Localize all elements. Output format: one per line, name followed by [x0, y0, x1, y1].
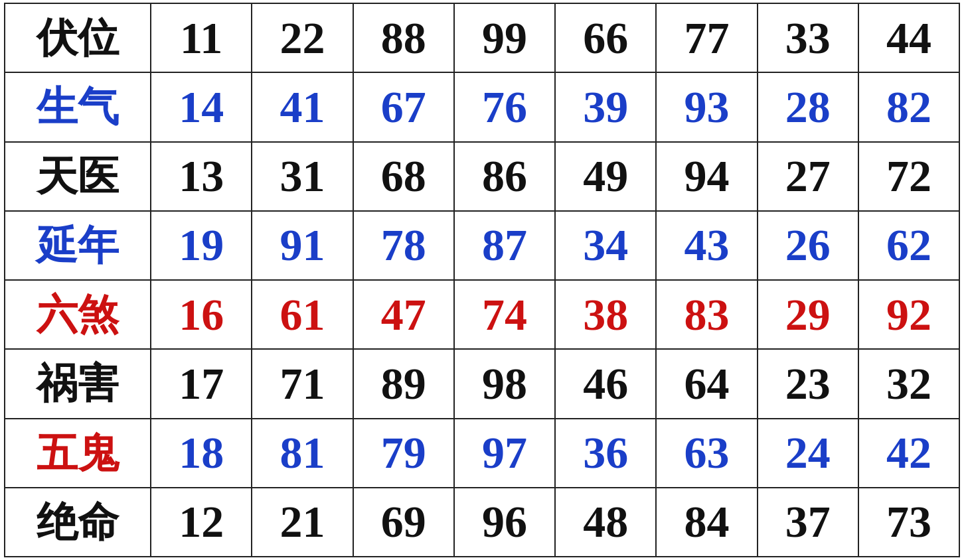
table-cell: 44 [858, 3, 959, 72]
table-cell: 82 [858, 72, 959, 141]
table-cell: 98 [454, 349, 555, 418]
row-label: 祸害 [5, 349, 151, 418]
table-cell: 39 [555, 72, 656, 141]
table-cell: 22 [252, 3, 353, 72]
main-table: 伏位1122889966773344生气1441677639932882天医13… [4, 3, 960, 557]
table-cell: 49 [555, 142, 656, 211]
table-cell: 28 [758, 72, 858, 141]
table-cell: 73 [858, 488, 959, 557]
table-cell: 19 [151, 211, 252, 280]
table-cell: 66 [555, 3, 656, 72]
table-cell: 12 [151, 488, 252, 557]
table-cell: 71 [252, 349, 353, 418]
table-cell: 64 [656, 349, 757, 418]
table-cell: 78 [353, 211, 454, 280]
table-cell: 33 [758, 3, 858, 72]
table-row: 延年1991788734432662 [5, 211, 959, 280]
row-label: 天医 [5, 142, 151, 211]
table-cell: 99 [454, 3, 555, 72]
table-cell: 24 [758, 419, 858, 488]
table-cell: 97 [454, 419, 555, 488]
row-label: 绝命 [5, 488, 151, 557]
table-cell: 63 [656, 419, 757, 488]
table-cell: 74 [454, 280, 555, 349]
table-cell: 41 [252, 72, 353, 141]
table-cell: 14 [151, 72, 252, 141]
table-cell: 93 [656, 72, 757, 141]
table-cell: 47 [353, 280, 454, 349]
table-cell: 77 [656, 3, 757, 72]
table-cell: 11 [151, 3, 252, 72]
table-cell: 13 [151, 142, 252, 211]
table-cell: 61 [252, 280, 353, 349]
table-cell: 81 [252, 419, 353, 488]
table-cell: 21 [252, 488, 353, 557]
table-cell: 48 [555, 488, 656, 557]
table-row: 伏位1122889966773344 [5, 3, 959, 72]
table-cell: 87 [454, 211, 555, 280]
table-cell: 69 [353, 488, 454, 557]
table-row: 生气1441677639932882 [5, 72, 959, 141]
row-label: 伏位 [5, 3, 151, 72]
row-label: 五鬼 [5, 419, 151, 488]
table-cell: 62 [858, 211, 959, 280]
table-cell: 27 [758, 142, 858, 211]
table-cell: 34 [555, 211, 656, 280]
table-cell: 83 [656, 280, 757, 349]
table-cell: 96 [454, 488, 555, 557]
table-cell: 17 [151, 349, 252, 418]
table-cell: 91 [252, 211, 353, 280]
table-cell: 23 [758, 349, 858, 418]
table-cell: 31 [252, 142, 353, 211]
table-row: 祸害1771899846642332 [5, 349, 959, 418]
row-label: 生气 [5, 72, 151, 141]
table-cell: 36 [555, 419, 656, 488]
table-cell: 86 [454, 142, 555, 211]
row-label: 六煞 [5, 280, 151, 349]
table-cell: 38 [555, 280, 656, 349]
table-cell: 92 [858, 280, 959, 349]
table-cell: 84 [656, 488, 757, 557]
table-cell: 94 [656, 142, 757, 211]
table-cell: 46 [555, 349, 656, 418]
table-cell: 16 [151, 280, 252, 349]
table-cell: 76 [454, 72, 555, 141]
table-cell: 72 [858, 142, 959, 211]
table-cell: 32 [858, 349, 959, 418]
table-cell: 29 [758, 280, 858, 349]
row-label: 延年 [5, 211, 151, 280]
table-cell: 37 [758, 488, 858, 557]
table-cell: 89 [353, 349, 454, 418]
table-cell: 67 [353, 72, 454, 141]
table-row: 五鬼1881799736632442 [5, 419, 959, 488]
table-container: 伏位1122889966773344生气1441677639932882天医13… [4, 3, 960, 557]
table-row: 六煞1661477438832992 [5, 280, 959, 349]
table-row: 天医1331688649942772 [5, 142, 959, 211]
table-cell: 43 [656, 211, 757, 280]
table-cell: 79 [353, 419, 454, 488]
table-cell: 26 [758, 211, 858, 280]
table-cell: 88 [353, 3, 454, 72]
table-cell: 18 [151, 419, 252, 488]
table-cell: 68 [353, 142, 454, 211]
table-cell: 42 [858, 419, 959, 488]
table-row: 绝命1221699648843773 [5, 488, 959, 557]
